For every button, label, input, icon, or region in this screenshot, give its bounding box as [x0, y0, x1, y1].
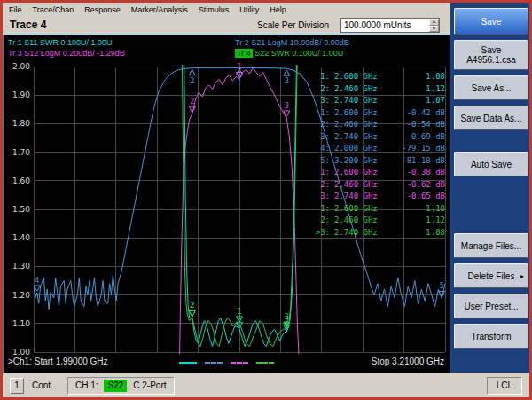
- marker-frequency: 2.460 GHz: [334, 83, 398, 96]
- softkey-user-preset[interactable]: User Preset...: [454, 294, 528, 318]
- marker-readout-row: 1:2.600 GHz-0.38 dB: [310, 167, 445, 179]
- marker-readout-row: 3:2.740 GHz-0.65 dB: [310, 191, 445, 203]
- marker-2-icon: [189, 310, 195, 317]
- y-axis-label: 1.10: [12, 319, 30, 328]
- marker-number: 5:: [310, 155, 330, 168]
- scale-spinner: ▲▼: [429, 19, 439, 32]
- marker-value: 1.07: [398, 95, 445, 107]
- marker-value: 1.10: [398, 203, 445, 216]
- softkey-auto-save[interactable]: Auto Save: [454, 152, 528, 176]
- marker-frequency: 2.600 GHz: [334, 203, 398, 216]
- marker-frequency: 2.740 GHz: [334, 131, 398, 144]
- marker-value: -0.54 dB: [398, 119, 445, 131]
- softkey-line: Save: [481, 45, 502, 55]
- instrument-screen: FileTrace/ChanResponseMarker/AnalysisSti…: [0, 0, 532, 400]
- marker-value: -79.15 dB: [398, 143, 445, 155]
- marker-frequency: 2.460 GHz: [334, 215, 398, 227]
- submenu-arrow-icon: ▸: [520, 272, 524, 280]
- softkey-save-as[interactable]: Save As...: [454, 75, 528, 100]
- scale-per-division-label: Scale Per Division: [257, 20, 329, 30]
- softkey-delete-files[interactable]: Delete Files▸: [454, 263, 528, 288]
- active-parameter-badge: S22: [104, 380, 127, 392]
- legend-tr-2[interactable]: Tr 2 S21 LogM 10.00dB/ 0.00dB: [235, 38, 349, 47]
- marker-frequency: 2.000 GHz: [334, 143, 398, 155]
- marker-readout-row: 2:2.460 GHz-0.62 dB: [310, 179, 445, 192]
- marker-2-icon: [189, 69, 195, 75]
- menu-item-help[interactable]: Help: [270, 5, 286, 14]
- marker-number: 4:: [310, 143, 330, 155]
- status-bar: 1 Cont. CH 1: S22 C 2-Port LCL: [3, 373, 529, 397]
- y-axis-label: 1.50: [12, 205, 30, 214]
- marker-number: 3:: [310, 95, 330, 107]
- lcl-status: LCL: [497, 380, 512, 390]
- softkey-save-data-as[interactable]: Save Data As...: [454, 106, 528, 130]
- scale-row: Trace 4 Scale Per Division ▲▼: [3, 16, 450, 35]
- softkey-save-a4956-1-csa[interactable]: SaveA4956.1.csa: [454, 40, 528, 70]
- softkey-manage-files[interactable]: Manage Files...: [454, 233, 528, 258]
- marker-number: >3:: [310, 227, 330, 239]
- legend-desc: S12 LogM 0.200dB/ -1.29dB: [22, 49, 125, 58]
- stimulus-stop-label: Stop 3.21000 GHz: [372, 357, 444, 366]
- spinner-down-icon[interactable]: ▼: [429, 26, 439, 33]
- marker-label: 2: [190, 77, 194, 85]
- marker-label: 5: [440, 282, 444, 290]
- softkey-menu: SaveSaveA4956.1.csaSave As...Save Data A…: [450, 3, 532, 373]
- marker-2-icon: [189, 106, 195, 113]
- marker-readout-row: >3:2.740 GHz1.08: [310, 227, 445, 239]
- menu-item-utility[interactable]: Utility: [239, 5, 259, 14]
- marker-number: 1:: [310, 167, 330, 179]
- trace-s11: [184, 52, 297, 347]
- menu-item-response[interactable]: Response: [84, 5, 121, 14]
- y-axis-label: 1.30: [12, 262, 30, 271]
- active-trace-title: Trace 4: [10, 19, 46, 31]
- menu-item-trace-chan[interactable]: Trace/Chan: [33, 5, 74, 14]
- marker-frequency: 2.740 GHz: [334, 95, 398, 107]
- sweep-mode-status: Cont.: [32, 380, 53, 390]
- scale-per-division-input[interactable]: [340, 18, 440, 33]
- channel-indicator: 1: [10, 378, 24, 394]
- marker-number: 1:: [310, 107, 330, 120]
- channel-label: CH 1:: [75, 380, 98, 390]
- trace-style-sample-1: [179, 362, 197, 364]
- marker-number: 3:: [310, 191, 330, 203]
- y-axis-label: 1.90: [12, 90, 30, 99]
- softkey-save[interactable]: Save: [454, 8, 528, 35]
- marker-readout-row: 1:2.600 GHz1.10: [310, 203, 445, 216]
- menu-item-marker-analysis[interactable]: Marker/Analysis: [131, 5, 188, 14]
- menu-item-stimulus[interactable]: Stimulus: [199, 5, 230, 14]
- graph-area: 2.001.901.801.701.601.501.401.301.201.10…: [3, 35, 450, 373]
- marker-value: -0.65 dB: [398, 191, 445, 203]
- legend-tr-1[interactable]: Tr 1 S11 SWR 0.100U/ 1.00U: [8, 38, 113, 47]
- spinner-up-icon[interactable]: ▲: [429, 19, 439, 26]
- marker-number: 2:: [310, 83, 330, 96]
- softkey-line: A4956.1.csa: [466, 55, 516, 65]
- legend-tr-4[interactable]: Tr 4 S22 SWR 0.100U/ 1.00U: [235, 49, 343, 58]
- legend-id-tr-2: Tr 2: [235, 38, 249, 47]
- marker-readout-row: 2:2.460 GHz1.12: [310, 215, 445, 227]
- calibration-status: C 2-Port: [133, 380, 166, 390]
- marker-frequency: 2.600 GHz: [334, 107, 398, 120]
- softkey-transform[interactable]: Transform: [454, 324, 528, 349]
- marker-readout-row: 1:2.600 GHz-0.42 dB: [310, 107, 445, 120]
- legend-desc: S22 SWR 0.100U/ 1.00U: [253, 49, 344, 58]
- menu-item-file[interactable]: File: [9, 5, 22, 14]
- y-axis-label: 1.70: [12, 148, 30, 157]
- menu-bar: FileTrace/ChanResponseMarker/AnalysisSti…: [3, 3, 450, 16]
- marker-label: 3: [285, 77, 289, 85]
- marker-frequency: 2.460 GHz: [334, 179, 398, 192]
- marker-value: 1.08: [398, 227, 445, 239]
- marker-number: 1:: [310, 203, 330, 216]
- y-axis-label: 1.20: [12, 291, 30, 300]
- marker-label: 1: [237, 63, 241, 71]
- legend-id-tr-3: Tr 3: [8, 49, 22, 58]
- marker-value: 1.12: [398, 83, 445, 96]
- marker-frequency: 2.600 GHz: [334, 167, 398, 179]
- marker-number: 2:: [310, 119, 330, 131]
- marker-value: -0.38 dB: [398, 167, 445, 179]
- marker-frequency: 3.200 GHz: [334, 155, 398, 168]
- marker-value: -0.62 dB: [398, 179, 445, 192]
- legend-desc: S11 SWR 0.100U/ 1.00U: [22, 38, 113, 47]
- marker-readout: 1:2.600 GHz1.082:2.460 GHz1.123:2.740 GH…: [310, 71, 445, 239]
- marker-value: -81.18 dB: [398, 155, 445, 168]
- legend-tr-3[interactable]: Tr 3 S12 LogM 0.200dB/ -1.29dB: [8, 49, 125, 58]
